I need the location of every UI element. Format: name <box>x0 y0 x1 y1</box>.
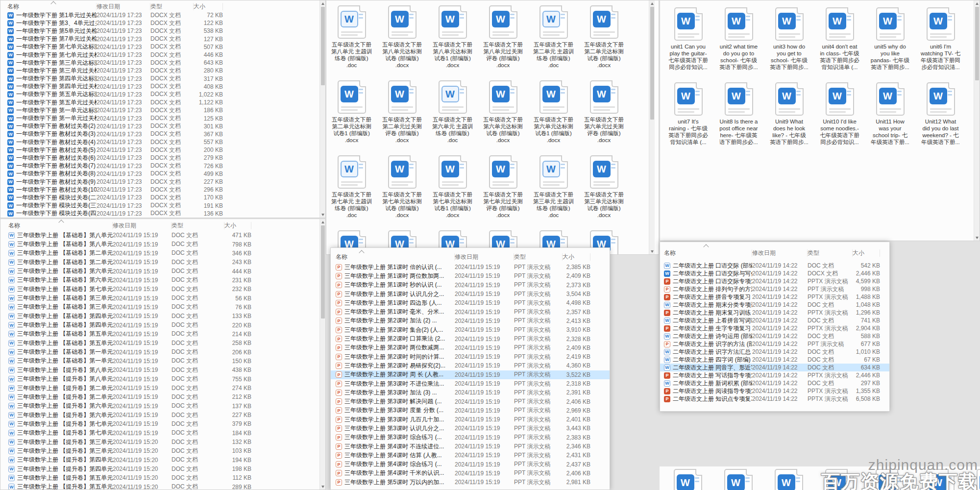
file-icon-item[interactable]: unit6 I'mwatching TV- 七年级英语下册同步必背知识清... <box>915 7 966 82</box>
file-row[interactable]: 一年级数学下册 第一单元过关检测卷 (... 2024/11/19 17:23 … <box>0 114 325 122</box>
column-header-name[interactable]: 名称 <box>660 249 752 257</box>
file-row[interactable]: 二年级语文上册 口语交际专项复习 (部... 2024/11/19 14:22 … <box>660 277 889 285</box>
file-icon-item[interactable] <box>713 469 763 490</box>
file-row[interactable]: 一年级数学下册 教材过关卷(3) (人教版... 2024/11/19 17:2… <box>0 130 325 138</box>
file-row[interactable]: 三年级数学上册 【提升卷】第四单元提... 2024/11/19 15:20 D… <box>0 456 325 465</box>
file-row[interactable]: 三年级数学上册 【提升卷】第三单元提... 2024/11/19 15:20 D… <box>0 446 325 455</box>
column-header-size[interactable]: 大小 <box>563 253 590 261</box>
file-row[interactable]: 一年级数学下册 第一单元达标测试卷 (... 2024/11/19 17:23 … <box>0 106 325 114</box>
file-row[interactable]: 二年级语文上册 上看拼音写词语 (部编... 2024/11/19 14:22 … <box>660 317 889 324</box>
file-row[interactable]: 三年级数学上册 【基础卷】第七单元基... 2024/11/19 15:19 D… <box>0 285 325 294</box>
file-row[interactable]: 一年级数学下册 第1单元过关检测卷 (... 2024/11/19 17:23 … <box>0 11 325 19</box>
file-row[interactable]: 一年级数学下册 模块过关卷(三) (人教... 2024/11/19 17:23… <box>0 202 325 210</box>
file-row[interactable]: 三年级数学上册 第3课时 度量 分数 (... 2024/11/19 15:19… <box>331 406 610 415</box>
file-row[interactable]: 二年级语文上册 同音字、形近字 (部编... 2024/11/19 14:22 … <box>660 364 889 371</box>
file-row[interactable]: 三年级数学上册 【基础卷】第三单元基... 2024/11/19 15:19 D… <box>0 294 325 302</box>
column-header-name[interactable]: 名称 <box>0 3 97 10</box>
file-row[interactable]: 一年级数学下册 教材过关卷(4) (人教版... 2024/11/19 17:2… <box>0 138 325 146</box>
file-icon-item[interactable]: 五年级语文下册第二单元 主题训练卷 (部编版).doc <box>528 5 579 80</box>
file-row[interactable]: 三年级数学上册 第3课时 几百几十加... 2024/11/19 15:19 P… <box>331 415 610 424</box>
column-header-type[interactable]: 类型 <box>172 222 224 229</box>
file-icon-item[interactable]: 五年级语文下册第二单元过关测评卷 (部编版).docx <box>377 80 427 155</box>
file-row[interactable]: 三年级数学上册 【基础卷】第三单元基... 2024/11/19 15:19 D… <box>0 303 325 312</box>
file-icon-item[interactable]: 五年级语文下册第六单元达标测试卷1 (部编版).docx <box>528 80 579 155</box>
file-row[interactable]: 一年级数学下册 教材过关卷(8) (人教版... 2024/11/19 17:2… <box>0 170 325 178</box>
file-row[interactable]: 三年级数学上册 第3课时 不进位乘法... 2024/11/19 15:19 P… <box>331 379 610 388</box>
column-header-date[interactable]: 修改日期 <box>752 249 808 257</box>
scroll-up-icon[interactable] <box>320 0 326 6</box>
file-row[interactable]: 一年级数学下册 第5单元过关检测卷 (... 2024/11/19 17:23 … <box>0 27 325 35</box>
vertical-scrollbar[interactable] <box>649 0 655 254</box>
file-icon-item[interactable]: 五年级语文下册第七单元达标测试卷1 (部编版).docx <box>427 155 478 230</box>
file-row[interactable]: 三年级数学上册 第3课时 加法 (3) ... 2024/11/19 15:19… <box>331 388 610 397</box>
scrollbar-thumb[interactable] <box>321 225 325 318</box>
scroll-down-icon[interactable] <box>974 235 980 241</box>
column-header-type[interactable]: 类型 <box>514 253 563 261</box>
file-row[interactable]: 一年级数学下册 教材过关卷(9) (人教版... 2024/11/19 17:2… <box>0 178 325 186</box>
file-row[interactable]: 三年级数学上册 【提升卷】第六单元提... 2024/11/19 15:19 D… <box>0 402 325 411</box>
file-icon-item[interactable]: unit3 how doyou get toschool- 七年级英语下册同步.… <box>764 7 814 82</box>
file-row[interactable]: 三年级数学上册 第2课时 口算乘法 (2... 2024/11/19 15:19… <box>331 334 610 343</box>
file-row[interactable]: 三年级数学上册 第2课时 集合(2) (人... 2024/11/19 15:1… <box>331 325 610 334</box>
file-row[interactable]: 三年级数学上册 【基础卷】第八单元基... 2024/11/19 15:19 D… <box>0 240 325 248</box>
scrollbar-thumb[interactable] <box>321 7 325 85</box>
file-icon-item[interactable]: 五年级语文下册第二单元达标测试卷 (部编版).docx <box>579 5 629 80</box>
file-row[interactable]: 一年级数学下册 第七单元达标测试卷 (... 2024/11/19 17:23 … <box>0 43 325 51</box>
column-header-size[interactable]: 大小 <box>194 3 223 10</box>
file-icon-item[interactable]: Unit11 Howwas yourschool trip- 七年级英语下册..… <box>865 82 915 157</box>
file-row[interactable]: 三年级数学上册 【提升卷】第六单元提... 2024/11/19 15:19 D… <box>0 411 325 419</box>
file-row[interactable]: 三年级数学上册 【提升卷】第五单元提... 2024/11/19 15:20 D… <box>0 483 325 490</box>
file-row[interactable]: 三年级数学上册 第2课时 周 长 (人教... 2024/11/19 15:19… <box>331 370 610 379</box>
file-row[interactable]: 二年级语文上册 写话指导专项复习 (部... 2024/11/19 14:22 … <box>660 371 889 379</box>
file-row[interactable]: 三年级数学上册 【基础卷】第八单元基... 2024/11/19 15:19 D… <box>0 231 325 240</box>
file-row[interactable]: 三年级数学上册 【基础卷】第五单元基... 2024/11/19 15:19 D… <box>0 330 325 339</box>
file-row[interactable]: 三年级数学上册 【提升卷】第三单元提... 2024/11/19 15:20 D… <box>0 438 325 446</box>
vertical-scrollbar[interactable] <box>319 0 325 218</box>
column-header-name[interactable]: 名称 <box>0 222 113 229</box>
file-icon-item[interactable] <box>763 469 814 490</box>
file-row[interactable]: 三年级数学上册 第2课时 易错探究(2)... 2024/11/19 15:19… <box>331 361 610 370</box>
file-row[interactable]: 三年级数学上册 第4课时 千米的认识... 2024/11/19 15:19 P… <box>331 469 610 478</box>
file-icon-item[interactable]: Unit9 Whatdoes he looklike? - 七年级英语下册同步.… <box>764 82 814 157</box>
file-row[interactable]: 一年级数学下册 教材过关卷(7) (人教版... 2024/11/19 17:2… <box>0 162 325 170</box>
column-header-size[interactable]: 大小 <box>853 249 880 257</box>
file-icon-item[interactable]: 五年级语文下册第六单元过关测评卷 (部编版).docx <box>579 80 629 155</box>
file-row[interactable]: 一年级数学下册 模块过关卷(二) (人教... 2024/11/19 17:23… <box>0 194 325 201</box>
vertical-scrollbar[interactable] <box>319 219 325 490</box>
file-icon-item[interactable]: 五年级语文下册第八单元达标测试卷 (部编版).docx <box>377 5 427 80</box>
file-row[interactable]: 二年级语文上册 阅读指导专项复习 (部... 2024/11/19 14:22 … <box>660 387 889 395</box>
file-row[interactable]: 三年级数学上册 第1课时 秒的认识 (... 2024/11/19 15:19 … <box>331 281 610 290</box>
file-row[interactable]: 三年级数学上册 第5课时 万以内的加... 2024/11/19 15:19 P… <box>331 478 610 487</box>
file-icon-item[interactable]: Unit12 Whatdid you do lastweekend? - 七年级… <box>915 82 966 157</box>
file-row[interactable]: 一年级数学下册 第七单元过关检测卷 (... 2024/11/19 17:23 … <box>0 51 325 59</box>
file-row[interactable]: 三年级数学上册 【基础卷】第五单元基... 2024/11/19 15:19 D… <box>0 339 325 347</box>
scroll-down-icon[interactable] <box>649 248 655 254</box>
column-header-size[interactable]: 大小 <box>224 222 251 229</box>
file-row[interactable]: 三年级数学上册 【基础卷】第二单元基... 2024/11/19 15:19 D… <box>0 258 325 267</box>
column-header-name[interactable]: 名称 <box>331 253 455 261</box>
file-row[interactable]: 三年级数学上册 【基础卷】第六单元基... 2024/11/19 15:19 D… <box>0 276 325 285</box>
file-row[interactable]: 三年级数学上册 第3课时 综合练习 (... 2024/11/19 15:19 … <box>331 433 610 442</box>
file-icon-item[interactable]: Unit8 Is there apost office nearhere- 七年… <box>713 82 764 157</box>
file-icon-item[interactable]: 五年级语文下册第八单元达标测试卷1 (部编版).docx <box>427 5 478 80</box>
file-row[interactable]: 三年级数学上册 第1课时 四边形 (人... 2024/11/19 15:19 … <box>331 298 610 307</box>
file-row[interactable]: 二年级语文上册 排列句子的方法 (部编... 2024/11/19 14:22 … <box>660 285 889 293</box>
scrollbar-thumb[interactable] <box>975 7 979 80</box>
file-row[interactable]: 三年级数学上册 第2课时 加法 (2) ... 2024/11/19 15:19… <box>331 317 610 325</box>
file-row[interactable]: 一年级数学下册 教材过关卷(6) (人教版... 2024/11/19 17:2… <box>0 154 325 162</box>
file-row[interactable]: 一年级数学下册 第7单元过关检测卷 (... 2024/11/19 17:23 … <box>0 35 325 43</box>
file-row[interactable]: 二年级语文上册 生字专项复习 (部编) ... 2024/11/19 14:22… <box>660 324 889 332</box>
file-row[interactable]: 二年级语文上册 诗句运用 (部编) .doc 2024/11/19 14:22 … <box>660 332 889 340</box>
file-row[interactable]: 三年级数学上册 【基础卷】第二单元基... 2024/11/19 15:19 D… <box>0 249 325 258</box>
scroll-up-icon[interactable] <box>974 0 980 6</box>
file-row[interactable]: 二年级语文上册 新词积累 (部编) .doc 2024/11/19 14:22 … <box>660 379 889 387</box>
scrollbar-thumb[interactable] <box>650 7 654 120</box>
file-row[interactable]: 一年级数学下册 第四单元过关检测卷 (... 2024/11/19 17:23 … <box>0 83 325 91</box>
file-icon-item[interactable]: unit4 don't eatin class- 七年级英语下册同步必背知识清单… <box>814 7 865 82</box>
file-row[interactable]: 三年级数学上册 【提升卷】第五单元提... 2024/11/19 15:20 D… <box>0 473 325 482</box>
file-row[interactable]: 三年级数学上册 第1课时 两位数加两... 2024/11/19 15:19 P… <box>331 271 610 280</box>
file-icon-item[interactable]: 五年级语文下册第八单元过关测评卷 (部编版).docx <box>478 5 528 80</box>
file-row[interactable]: 三年级数学上册 第4课时 估算 (人教... 2024/11/19 15:19 … <box>331 451 610 460</box>
file-icon-item[interactable]: 五年级语文下册第八单元 主题训练卷 (部编版).doc <box>326 5 377 80</box>
file-row[interactable]: 三年级数学上册 第2课时 时间的计算... 2024/11/19 15:19 P… <box>331 352 610 361</box>
